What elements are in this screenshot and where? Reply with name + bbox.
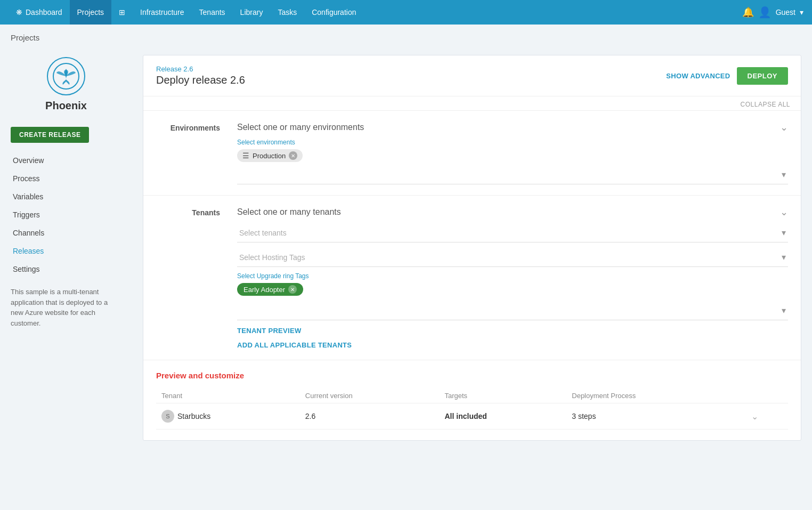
projects-label: Projects [11, 33, 39, 42]
card-title: Deploy release 2.6 [156, 74, 245, 86]
deploy-button[interactable]: DEPLOY [737, 67, 788, 85]
sidebar-item-settings[interactable]: Settings [0, 260, 132, 278]
sidebar-item-process[interactable]: Process [0, 169, 132, 188]
targets-cell: All included [439, 403, 566, 430]
early-adopter-label: Early Adopter [243, 286, 285, 294]
nav-projects[interactable]: Projects [70, 0, 112, 25]
release-breadcrumb[interactable]: Release 2.6 [156, 65, 245, 73]
sidebar-item-triggers[interactable]: Triggers [0, 206, 132, 224]
env-tag-icon: ☰ [242, 151, 249, 160]
user-avatar-icon: 👤 [758, 6, 772, 19]
tenant-avatar: S [161, 410, 174, 423]
col-expand [746, 388, 788, 403]
page-breadcrumb: Projects [0, 25, 812, 46]
select-tenants-dropdown[interactable]: Select tenants ▾ [237, 223, 788, 242]
nav-tasks[interactable]: Tasks [270, 0, 304, 25]
sidebar-item-channels[interactable]: Channels [0, 224, 132, 242]
nav-library[interactable]: Library [233, 0, 271, 25]
version-cell: 2.6 [300, 403, 440, 430]
col-targets: Targets [439, 388, 566, 403]
select-hosting-tags-dropdown[interactable]: Select Hosting Tags ▾ [237, 248, 788, 267]
environments-header-row: Select one or many environments ⌄ [237, 122, 788, 133]
preview-title: Preview and customize [156, 371, 788, 380]
tenants-dropdown-arrow-icon: ▾ [782, 228, 786, 238]
tenants-chevron-up-icon[interactable]: ⌄ [780, 206, 788, 218]
tenant-cell: S Starbucks [156, 403, 300, 430]
tenants-title: Select one or many tenants [237, 207, 341, 217]
nav-infrastructure[interactable]: Infrastructure [133, 0, 191, 25]
collapse-all-row[interactable]: COLLAPSE ALL [143, 96, 801, 110]
upgrade-ring-extra-arrow-icon: ▾ [782, 305, 786, 315]
tenants-header-row: Select one or many tenants ⌄ [237, 206, 788, 218]
sidebar-item-releases[interactable]: Releases [0, 242, 132, 260]
nav-configuration[interactable]: Configuration [304, 0, 363, 25]
nav-infrastructure-label: Infrastructure [140, 8, 184, 17]
nav-library-label: Library [240, 8, 263, 17]
sidebar: Phoenix CREATE RELEASE Overview Process … [0, 46, 132, 510]
tenants-content: Select one or many tenants ⌄ Select tena… [237, 206, 788, 349]
deployment-process-cell: 3 steps [566, 403, 745, 430]
card-header-left: Release 2.6 Deploy release 2.6 [156, 65, 245, 86]
upgrade-ring-extra-dropdown[interactable]: ▾ [237, 301, 788, 320]
early-adopter-close-icon[interactable]: ✕ [288, 285, 297, 294]
dashboard-icon: ❋ [16, 8, 22, 17]
tenants-section: Tenants Select one or many tenants ⌄ Sel… [143, 195, 801, 360]
environments-label: Environments [156, 122, 220, 184]
phoenix-logo-icon [52, 62, 80, 90]
row-expand-icon[interactable]: ⌄ [751, 412, 758, 421]
nav-tenants-label: Tenants [199, 8, 225, 17]
tenants-section-inner: Tenants Select one or many tenants ⌄ Sel… [156, 206, 788, 349]
page-container: Phoenix CREATE RELEASE Overview Process … [0, 46, 812, 510]
table-row: S Starbucks 2.6 All included 3 steps ⌄ [156, 403, 788, 430]
collapse-all-label: COLLAPSE ALL [741, 101, 790, 108]
show-advanced-button[interactable]: SHOW ADVANCED [666, 72, 730, 80]
nav-configuration-label: Configuration [312, 8, 356, 17]
nav-dashboard[interactable]: ❋ Dashboard [9, 0, 70, 25]
col-current-version: Current version [300, 388, 440, 403]
project-logo: Phoenix [0, 57, 132, 118]
user-label[interactable]: Guest [776, 8, 795, 17]
environments-dropdown-arrow-icon: ▾ [782, 169, 786, 180]
add-all-tenants-link[interactable]: ADD ALL APPLICABLE TENANTS [237, 341, 352, 349]
hosting-dropdown-arrow-icon: ▾ [782, 252, 786, 262]
select-hosting-placeholder: Select Hosting Tags [239, 253, 782, 262]
deployments-icon: ⊞ [119, 8, 125, 17]
card-header-right: SHOW ADVANCED DEPLOY [666, 67, 788, 85]
nav-dashboard-label: Dashboard [26, 8, 62, 17]
col-deployment-process: Deployment Process [566, 388, 745, 403]
tenant-preview-link[interactable]: TENANT PREVIEW [237, 327, 301, 335]
select-upgrade-ring-link[interactable]: Select Upgrade ring Tags [237, 272, 788, 280]
create-release-button[interactable]: CREATE RELEASE [11, 127, 89, 143]
top-nav: ❋ Dashboard Projects ⊞ Infrastructure Te… [0, 0, 812, 25]
tenant-badge: S Starbucks [161, 410, 210, 423]
nav-tasks-label: Tasks [278, 8, 297, 17]
sidebar-item-overview[interactable]: Overview [0, 151, 132, 169]
project-name: Phoenix [45, 100, 87, 112]
environments-dropdown[interactable]: ▾ [237, 165, 788, 184]
nav-projects-label: Projects [77, 8, 104, 17]
environments-content: Select one or many environments ⌄ Select… [237, 122, 788, 184]
select-environments-link[interactable]: Select environments [237, 139, 788, 146]
sidebar-description: This sample is a multi-tenant applicatio… [0, 278, 132, 337]
bell-icon[interactable]: 🔔 [742, 6, 754, 18]
environments-chevron-up-icon[interactable]: ⌄ [780, 122, 788, 133]
nav-deployments-icon[interactable]: ⊞ [111, 0, 133, 25]
environments-section-inner: Environments Select one or many environm… [156, 122, 788, 184]
early-adopter-tag: Early Adopter ✕ [237, 283, 303, 296]
upgrade-ring-tag-row: Early Adopter ✕ [237, 283, 788, 296]
deploy-release-card: Release 2.6 Deploy release 2.6 SHOW ADVA… [143, 55, 801, 441]
sidebar-item-variables[interactable]: Variables [0, 188, 132, 206]
tenants-label: Tenants [156, 206, 220, 349]
environments-section: Environments Select one or many environm… [143, 110, 801, 195]
card-header: Release 2.6 Deploy release 2.6 SHOW ADVA… [143, 55, 801, 96]
svg-point-1 [64, 70, 68, 74]
environments-title: Select one or many environments [237, 123, 364, 132]
main-content: Release 2.6 Deploy release 2.6 SHOW ADVA… [132, 46, 812, 510]
tenant-name: Starbucks [177, 412, 210, 420]
user-dropdown-chevron-icon[interactable]: ▾ [800, 8, 803, 17]
col-tenant: Tenant [156, 388, 300, 403]
row-expand-cell[interactable]: ⌄ [746, 403, 788, 430]
env-tag-close-icon[interactable]: ✕ [289, 151, 297, 160]
preview-table: Tenant Current version Targets Deploymen… [156, 388, 788, 430]
nav-tenants[interactable]: Tenants [192, 0, 233, 25]
